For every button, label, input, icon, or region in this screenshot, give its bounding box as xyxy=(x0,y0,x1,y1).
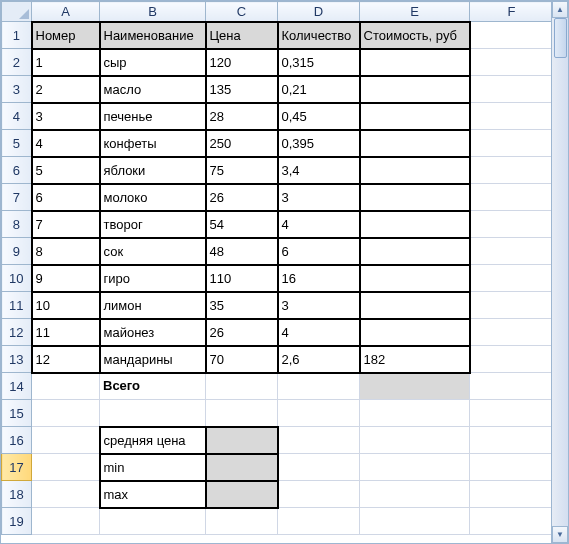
spreadsheet-viewport[interactable]: A B C D E F 1 Номер Наименование Цена Ко… xyxy=(0,0,569,544)
row-header-15[interactable]: 15 xyxy=(2,400,32,427)
cell-E16[interactable] xyxy=(360,427,470,454)
cell-A1[interactable]: Номер xyxy=(32,22,100,49)
cell-B12[interactable]: майонез xyxy=(100,319,206,346)
col-header-E[interactable]: E xyxy=(360,2,470,22)
row-header-2[interactable]: 2 xyxy=(2,49,32,76)
row-header-11[interactable]: 11 xyxy=(2,292,32,319)
cell-F18[interactable] xyxy=(470,481,554,508)
row-header-13[interactable]: 13 xyxy=(2,346,32,373)
row-header-9[interactable]: 9 xyxy=(2,238,32,265)
row-header-3[interactable]: 3 xyxy=(2,76,32,103)
cell-A2[interactable]: 1 xyxy=(32,49,100,76)
cell-E15[interactable] xyxy=(360,400,470,427)
cell-C16[interactable] xyxy=(206,427,278,454)
cell-C18[interactable] xyxy=(206,481,278,508)
col-header-B[interactable]: B xyxy=(100,2,206,22)
cell-B2[interactable]: сыр xyxy=(100,49,206,76)
cell-A7[interactable]: 6 xyxy=(32,184,100,211)
select-all-corner[interactable] xyxy=(2,2,32,22)
cell-E12[interactable] xyxy=(360,319,470,346)
cell-E17[interactable] xyxy=(360,454,470,481)
scroll-down-button[interactable]: ▼ xyxy=(552,526,568,543)
cell-F9[interactable] xyxy=(470,238,554,265)
cell-C17[interactable] xyxy=(206,454,278,481)
cell-B9[interactable]: сок xyxy=(100,238,206,265)
cell-A3[interactable]: 2 xyxy=(32,76,100,103)
row-header-5[interactable]: 5 xyxy=(2,130,32,157)
cell-D9[interactable]: 6 xyxy=(278,238,360,265)
cell-F7[interactable] xyxy=(470,184,554,211)
cell-E11[interactable] xyxy=(360,292,470,319)
cell-C9[interactable]: 48 xyxy=(206,238,278,265)
cell-F17[interactable] xyxy=(470,454,554,481)
cell-A17[interactable] xyxy=(32,454,100,481)
cell-C4[interactable]: 28 xyxy=(206,103,278,130)
row-header-10[interactable]: 10 xyxy=(2,265,32,292)
cell-B7[interactable]: молоко xyxy=(100,184,206,211)
cell-D18[interactable] xyxy=(278,481,360,508)
cell-E3[interactable] xyxy=(360,76,470,103)
scroll-thumb[interactable] xyxy=(554,18,567,58)
cell-A10[interactable]: 9 xyxy=(32,265,100,292)
cell-A16[interactable] xyxy=(32,427,100,454)
col-header-F[interactable]: F xyxy=(470,2,554,22)
cell-E19[interactable] xyxy=(360,508,470,535)
cell-F15[interactable] xyxy=(470,400,554,427)
cell-A12[interactable]: 11 xyxy=(32,319,100,346)
cell-E6[interactable] xyxy=(360,157,470,184)
cell-A9[interactable]: 8 xyxy=(32,238,100,265)
cell-A18[interactable] xyxy=(32,481,100,508)
row-header-12[interactable]: 12 xyxy=(2,319,32,346)
cell-D8[interactable]: 4 xyxy=(278,211,360,238)
cell-D3[interactable]: 0,21 xyxy=(278,76,360,103)
cell-C10[interactable]: 110 xyxy=(206,265,278,292)
cell-C14[interactable] xyxy=(206,373,278,400)
cell-C15[interactable] xyxy=(206,400,278,427)
cell-D2[interactable]: 0,315 xyxy=(278,49,360,76)
cell-D12[interactable]: 4 xyxy=(278,319,360,346)
cell-C11[interactable]: 35 xyxy=(206,292,278,319)
cell-B3[interactable]: масло xyxy=(100,76,206,103)
cell-F13[interactable] xyxy=(470,346,554,373)
cell-F19[interactable] xyxy=(470,508,554,535)
cell-B10[interactable]: гиро xyxy=(100,265,206,292)
cell-E8[interactable] xyxy=(360,211,470,238)
cell-D17[interactable] xyxy=(278,454,360,481)
cell-C12[interactable]: 26 xyxy=(206,319,278,346)
cell-E5[interactable] xyxy=(360,130,470,157)
cell-D19[interactable] xyxy=(278,508,360,535)
cell-E9[interactable] xyxy=(360,238,470,265)
scroll-up-button[interactable]: ▲ xyxy=(552,1,568,18)
cell-E14[interactable] xyxy=(360,373,470,400)
cell-D11[interactable]: 3 xyxy=(278,292,360,319)
cell-D14[interactable] xyxy=(278,373,360,400)
cell-C5[interactable]: 250 xyxy=(206,130,278,157)
cell-B16[interactable]: средняя цена xyxy=(100,427,206,454)
cell-A14[interactable] xyxy=(32,373,100,400)
cell-E18[interactable] xyxy=(360,481,470,508)
cell-A11[interactable]: 10 xyxy=(32,292,100,319)
cell-A15[interactable] xyxy=(32,400,100,427)
row-header-17[interactable]: 17 xyxy=(2,454,32,481)
cell-C19[interactable] xyxy=(206,508,278,535)
cell-E1[interactable]: Стоимость, руб xyxy=(360,22,470,49)
row-header-7[interactable]: 7 xyxy=(2,184,32,211)
cell-B18[interactable]: max xyxy=(100,481,206,508)
cell-E13[interactable]: 182 xyxy=(360,346,470,373)
row-header-18[interactable]: 18 xyxy=(2,481,32,508)
cell-D10[interactable]: 16 xyxy=(278,265,360,292)
row-header-4[interactable]: 4 xyxy=(2,103,32,130)
row-header-16[interactable]: 16 xyxy=(2,427,32,454)
cell-B1[interactable]: Наименование xyxy=(100,22,206,49)
row-header-1[interactable]: 1 xyxy=(2,22,32,49)
cell-B8[interactable]: творог xyxy=(100,211,206,238)
cell-B6[interactable]: яблоки xyxy=(100,157,206,184)
cell-B19[interactable] xyxy=(100,508,206,535)
cell-F4[interactable] xyxy=(470,103,554,130)
cell-B15[interactable] xyxy=(100,400,206,427)
cell-A5[interactable]: 4 xyxy=(32,130,100,157)
cell-A8[interactable]: 7 xyxy=(32,211,100,238)
cell-B14[interactable]: Всего xyxy=(100,373,206,400)
cell-F1[interactable] xyxy=(470,22,554,49)
col-header-A[interactable]: A xyxy=(32,2,100,22)
